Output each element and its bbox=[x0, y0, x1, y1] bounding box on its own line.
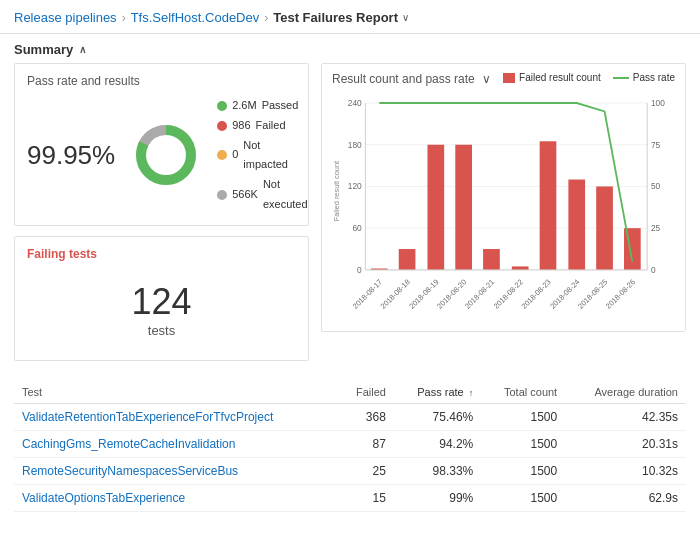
col-header-test: Test bbox=[14, 381, 338, 404]
chart-legend-passrate: Pass rate bbox=[613, 72, 675, 83]
chart-card: Result count and pass rate ∨ Failed resu… bbox=[321, 63, 686, 332]
legend-not-executed-label: Not executed bbox=[263, 175, 308, 215]
col-header-totalcount: Total count bbox=[481, 381, 565, 404]
chart-legend-passrate-label: Pass rate bbox=[633, 72, 675, 83]
breadcrumb-dropdown-icon[interactable]: ∨ bbox=[402, 12, 409, 23]
table-row[interactable]: ValidateRetentionTabExperienceForTfvcPro… bbox=[14, 403, 686, 430]
legend-not-impacted: 0 Not impacted bbox=[217, 136, 307, 176]
table-section: Test Failed Pass rate ↑ Total count Aver… bbox=[0, 381, 700, 512]
cell-avgduration-2: 10.32s bbox=[565, 457, 686, 484]
svg-text:180: 180 bbox=[348, 140, 362, 150]
bar-4 bbox=[483, 249, 500, 270]
cell-test-3[interactable]: ValidateOptionsTabExperience bbox=[14, 484, 338, 511]
failing-count: 124 bbox=[131, 281, 191, 323]
legend-passed: 2.6M Passed bbox=[217, 96, 307, 116]
svg-text:0: 0 bbox=[651, 265, 656, 275]
cell-failed-2: 25 bbox=[338, 457, 394, 484]
pass-rate-card-title: Pass rate and results bbox=[27, 74, 296, 88]
bar-7 bbox=[568, 180, 585, 270]
breadcrumb-sep-1: › bbox=[122, 11, 126, 25]
cell-failed-1: 87 bbox=[338, 430, 394, 457]
legend-passed-label: Passed bbox=[262, 96, 299, 116]
svg-text:100: 100 bbox=[651, 98, 665, 108]
breadcrumb-item-1[interactable]: Release pipelines bbox=[14, 10, 117, 25]
cell-passrate-1: 94.2% bbox=[394, 430, 481, 457]
svg-text:75: 75 bbox=[651, 140, 661, 150]
svg-text:240: 240 bbox=[348, 98, 362, 108]
pass-rate-legend: 2.6M Passed 986 Failed 0 Not impacted bbox=[217, 96, 307, 215]
chart-legend-failed-label: Failed result count bbox=[519, 72, 601, 83]
svg-text:120: 120 bbox=[348, 181, 362, 191]
bar-6 bbox=[540, 141, 557, 270]
cell-avgduration-1: 20.31s bbox=[565, 430, 686, 457]
legend-not-impacted-dot bbox=[217, 150, 227, 160]
main-content: Pass rate and results 99.95% bbox=[0, 63, 700, 371]
svg-text:Failed result count: Failed result count bbox=[332, 161, 341, 222]
cell-totalcount-1: 1500 bbox=[481, 430, 565, 457]
svg-text:25: 25 bbox=[651, 223, 661, 233]
cell-passrate-0: 75.46% bbox=[394, 403, 481, 430]
summary-label: Summary bbox=[14, 42, 73, 57]
svg-text:0: 0 bbox=[357, 265, 362, 275]
chart-title-text: Result count and pass rate bbox=[332, 72, 475, 86]
legend-not-executed: 566K Not executed bbox=[217, 175, 307, 215]
table-row[interactable]: RemoteSecurityNamespacesServiceBus 25 98… bbox=[14, 457, 686, 484]
legend-passed-dot bbox=[217, 101, 227, 111]
results-table: Test Failed Pass rate ↑ Total count Aver… bbox=[14, 381, 686, 512]
pass-rate-card: Pass rate and results 99.95% bbox=[14, 63, 309, 226]
failing-tests-content: 124 tests bbox=[27, 269, 296, 350]
col-header-avgduration: Average duration bbox=[565, 381, 686, 404]
svg-text:50: 50 bbox=[651, 181, 661, 191]
cell-avgduration-3: 62.9s bbox=[565, 484, 686, 511]
table-header-row: Test Failed Pass rate ↑ Total count Aver… bbox=[14, 381, 686, 404]
cell-test-0[interactable]: ValidateRetentionTabExperienceForTfvcPro… bbox=[14, 403, 338, 430]
cell-passrate-3: 99% bbox=[394, 484, 481, 511]
chart-svg: 0 60 120 180 240 Failed result count 0 2… bbox=[332, 90, 675, 320]
legend-passed-value: 2.6M bbox=[232, 96, 256, 116]
failing-tests-card-title: Failing tests bbox=[27, 247, 296, 261]
pass-rate-content: 99.95% bbox=[27, 96, 296, 215]
table-row[interactable]: CachingGms_RemoteCacheInvalidation 87 94… bbox=[14, 430, 686, 457]
cell-passrate-2: 98.33% bbox=[394, 457, 481, 484]
failing-label: tests bbox=[148, 323, 175, 338]
legend-failed-value: 986 bbox=[232, 116, 250, 136]
cell-test-1[interactable]: CachingGms_RemoteCacheInvalidation bbox=[14, 430, 338, 457]
cell-totalcount-3: 1500 bbox=[481, 484, 565, 511]
bar-8 bbox=[596, 186, 613, 269]
summary-toggle-icon[interactable]: ∧ bbox=[79, 44, 86, 55]
col-header-passrate[interactable]: Pass rate ↑ bbox=[394, 381, 481, 404]
breadcrumb-sep-2: › bbox=[264, 11, 268, 25]
donut-svg bbox=[131, 120, 201, 190]
col-header-failed: Failed bbox=[338, 381, 394, 404]
bar-2 bbox=[427, 145, 444, 270]
legend-not-executed-dot bbox=[217, 190, 227, 200]
cell-avgduration-0: 42.35s bbox=[565, 403, 686, 430]
donut-chart bbox=[131, 120, 201, 190]
left-panel: Pass rate and results 99.95% bbox=[14, 63, 309, 371]
legend-not-impacted-value: 0 bbox=[232, 145, 238, 165]
cell-failed-0: 368 bbox=[338, 403, 394, 430]
svg-text:2018-08-26: 2018-08-26 bbox=[604, 277, 637, 310]
chart-legend-failed-box bbox=[503, 73, 515, 83]
sort-arrow: ↑ bbox=[469, 388, 474, 398]
chart-dropdown-icon[interactable]: ∨ bbox=[482, 72, 491, 86]
pass-rate-line bbox=[379, 103, 632, 262]
legend-failed: 986 Failed bbox=[217, 116, 307, 136]
legend-failed-label: Failed bbox=[256, 116, 286, 136]
chart-title: Result count and pass rate ∨ bbox=[332, 72, 491, 86]
summary-header: Summary ∧ bbox=[0, 34, 700, 63]
chart-legend-passrate-line bbox=[613, 77, 629, 79]
chart-header: Result count and pass rate ∨ Failed resu… bbox=[332, 72, 675, 86]
breadcrumb-item-2[interactable]: Tfs.SelfHost.CodeDev bbox=[131, 10, 260, 25]
bar-1 bbox=[399, 249, 416, 270]
table-body: ValidateRetentionTabExperienceForTfvcPro… bbox=[14, 403, 686, 511]
cell-totalcount-0: 1500 bbox=[481, 403, 565, 430]
right-panel: Result count and pass rate ∨ Failed resu… bbox=[321, 63, 686, 371]
svg-text:2018-08-18: 2018-08-18 bbox=[379, 277, 412, 310]
cell-test-2[interactable]: RemoteSecurityNamespacesServiceBus bbox=[14, 457, 338, 484]
failing-tests-card: Failing tests 124 tests bbox=[14, 236, 309, 361]
table-row[interactable]: ValidateOptionsTabExperience 15 99% 1500… bbox=[14, 484, 686, 511]
cell-totalcount-2: 1500 bbox=[481, 457, 565, 484]
bar-3 bbox=[455, 145, 472, 270]
breadcrumb-current: Test Failures Report bbox=[273, 10, 398, 25]
